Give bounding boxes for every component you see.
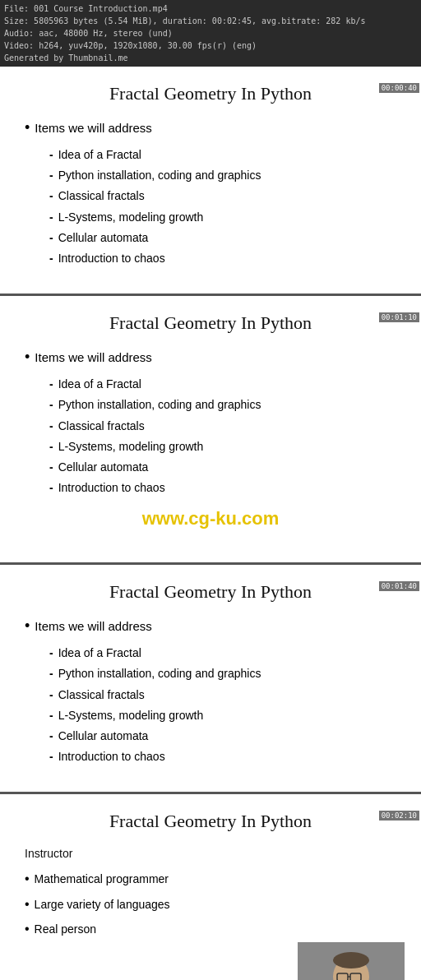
list-item: Classical fractals	[49, 186, 396, 206]
list-item: Idea of a Fractal	[49, 643, 396, 663]
svg-point-7	[333, 952, 369, 968]
list-item: L-Systems, modeling growth	[49, 207, 396, 228]
instructor-section: Instructor Mathematical programmer Large…	[25, 847, 396, 941]
list-item: Cellular automata	[49, 228, 396, 248]
info-line-4: Video: h264, yuv420p, 1920x1080, 30.00 f…	[4, 39, 417, 52]
timestamp-1: 00:00:40	[379, 83, 419, 93]
list-item: Large variety of languages	[25, 892, 396, 917]
list-item: L-Systems, modeling growth	[49, 705, 396, 726]
slide-panel-4: 00:02:10 Fractal Geometry In Python Inst…	[0, 794, 421, 980]
sub-list-1: Idea of a Fractal Python installation, c…	[49, 145, 396, 269]
list-item: Introduction to chaos	[49, 248, 396, 269]
info-bar: File: 001 Course Introduction.mp4 Size: …	[0, 0, 421, 67]
slide-panel-1: 00:00:40 Fractal Geometry In Python Item…	[0, 67, 421, 296]
list-item: Cellular automata	[49, 726, 396, 747]
items-heading-1: Items we will address	[25, 119, 396, 136]
list-item: Introduction to chaos	[49, 747, 396, 767]
slide-title-3: Fractal Geometry In Python	[25, 581, 396, 603]
instructor-photo	[298, 942, 405, 980]
slide-title-2: Fractal Geometry In Python	[25, 312, 396, 334]
instructor-list: Mathematical programmer Large variety of…	[25, 867, 396, 941]
list-item: Idea of a Fractal	[49, 374, 396, 395]
instructor-label: Instructor	[25, 847, 396, 860]
list-item: L-Systems, modeling growth	[49, 437, 396, 457]
slide-panel-3: 00:01:40 Fractal Geometry In Python Item…	[0, 565, 421, 794]
list-item: Real person	[25, 917, 396, 941]
list-item: Idea of a Fractal	[49, 145, 396, 165]
list-item: Classical fractals	[49, 416, 396, 437]
timestamp-2: 00:01:10	[379, 312, 419, 322]
person-silhouette-icon	[298, 942, 405, 980]
watermark: www.cg-ku.com	[25, 498, 396, 538]
info-line-1: File: 001 Course Introduction.mp4	[4, 2, 417, 15]
list-item: Introduction to chaos	[49, 478, 396, 498]
list-item: Python installation, coding and graphics	[49, 663, 396, 684]
items-heading-3: Items we will address	[25, 617, 396, 635]
timestamp-4: 00:02:10	[379, 811, 419, 821]
sub-list-3: Idea of a Fractal Python installation, c…	[49, 643, 396, 767]
list-item: Python installation, coding and graphics	[49, 165, 396, 186]
items-heading-2: Items we will address	[25, 349, 396, 366]
info-line-3: Audio: aac, 48000 Hz, stereo (und)	[4, 27, 417, 39]
info-line-5: Generated by Thumbnail.me	[4, 52, 417, 64]
content-wrapper: 00:00:40 Fractal Geometry In Python Item…	[0, 67, 421, 980]
timestamp-3: 00:01:40	[379, 581, 419, 591]
list-item: Cellular automata	[49, 457, 396, 478]
slide-panel-2: 00:01:10 Fractal Geometry In Python Item…	[0, 296, 421, 565]
slide-title-4: Fractal Geometry In Python	[25, 811, 396, 832]
list-item: Python installation, coding and graphics	[49, 395, 396, 415]
info-line-2: Size: 5805963 bytes (5.54 MiB), duration…	[4, 15, 417, 27]
sub-list-2: Idea of a Fractal Python installation, c…	[49, 374, 396, 498]
list-item: Classical fractals	[49, 685, 396, 705]
list-item: Mathematical programmer	[25, 867, 396, 891]
slide-title-1: Fractal Geometry In Python	[25, 83, 396, 104]
